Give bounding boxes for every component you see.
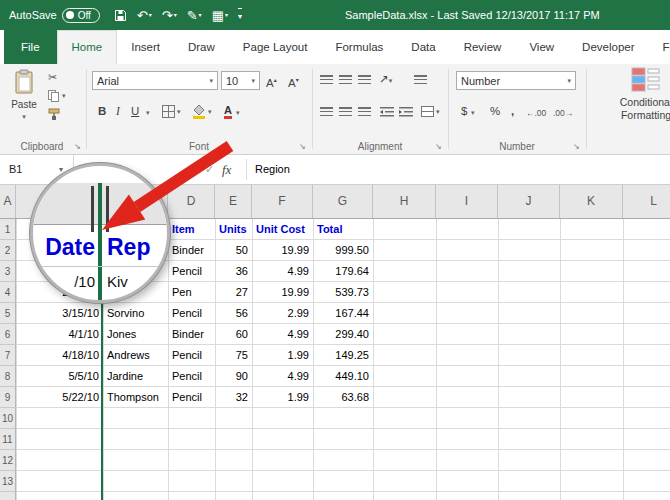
cell-G4[interactable]: 539.73 <box>314 282 372 302</box>
top-align-icon[interactable] <box>320 75 333 84</box>
cell-G7[interactable]: 149.25 <box>314 345 372 365</box>
cell-D4[interactable]: Pen <box>169 282 214 302</box>
cancel-button[interactable]: × <box>189 155 195 184</box>
table-dropdown-icon[interactable]: ▾ <box>225 9 228 22</box>
tab-formulas[interactable]: Formulas <box>321 30 397 64</box>
tab-review[interactable]: Review <box>450 30 516 64</box>
merge-center-button[interactable]: ▾ <box>421 106 440 117</box>
cell-G9[interactable]: 63.68 <box>314 387 372 407</box>
cell-G5[interactable]: 167.44 <box>314 303 372 323</box>
cut-button[interactable]: ✂ <box>48 71 57 84</box>
cell-D7[interactable]: Pencil <box>169 345 214 365</box>
tab-fox[interactable]: Fox <box>649 30 670 64</box>
italic-button[interactable]: I <box>116 104 120 119</box>
cell-C5[interactable]: Sorvino <box>104 303 167 323</box>
cell-A7[interactable]: 4/18/10 <box>17 345 102 365</box>
cell-D8[interactable]: Pencil <box>169 366 214 386</box>
font-name-select[interactable]: Arial▾ <box>92 71 218 90</box>
align-left-icon[interactable] <box>320 107 333 116</box>
insert-function-button[interactable]: fx <box>222 155 231 184</box>
formula-bar-value[interactable]: Region <box>255 155 290 184</box>
paste-button[interactable]: Paste ▾ <box>6 69 42 135</box>
redo-dropdown-icon[interactable]: ▾ <box>174 9 177 22</box>
copy-dropdown-icon[interactable]: ▾ <box>62 92 66 100</box>
cell-D2[interactable]: Binder <box>169 240 214 260</box>
copy-button[interactable]: ▾ <box>48 90 66 102</box>
cell-E8[interactable]: 90 <box>216 366 251 386</box>
tab-data[interactable]: Data <box>397 30 449 64</box>
orientation-dropdown-icon[interactable]: ▾ <box>389 77 393 84</box>
cell-E6[interactable]: 60 <box>216 324 251 344</box>
align-center-icon[interactable] <box>339 107 352 116</box>
row-header-2[interactable]: 2 <box>0 240 16 261</box>
tab-draw[interactable]: Draw <box>174 30 229 64</box>
fill-color-dropdown-icon[interactable]: ▾ <box>208 108 212 116</box>
decrease-decimal-button[interactable]: .00→ <box>553 108 573 118</box>
row-header-6[interactable]: 6 <box>0 324 16 345</box>
currency-dropdown-icon[interactable]: ▾ <box>471 109 475 117</box>
paste-dropdown-icon[interactable]: ▾ <box>22 113 26 120</box>
cell-D6[interactable]: Binder <box>169 324 214 344</box>
row-header-11[interactable]: 11 <box>0 429 16 450</box>
tab-file[interactable]: File <box>4 30 57 64</box>
cell-E2[interactable]: 50 <box>216 240 251 260</box>
number-format-select[interactable]: Number▾ <box>456 71 576 90</box>
cell-F7[interactable]: 1.99 <box>253 345 312 365</box>
row-header-9[interactable]: 9 <box>0 387 16 408</box>
orientation-button[interactable]: ↗▾ <box>379 72 392 88</box>
font-color-dropdown-icon[interactable]: ▾ <box>236 109 240 117</box>
font-size-select[interactable]: 10▾ <box>221 71 260 90</box>
cell-F9[interactable]: 1.99 <box>253 387 312 407</box>
tab-developer[interactable]: Developer <box>568 30 648 64</box>
cell-G8[interactable]: 449.10 <box>314 366 372 386</box>
cell-C6[interactable]: Jones <box>104 324 167 344</box>
increase-font-size-button[interactable]: A▴ <box>266 73 277 91</box>
cell-D3[interactable]: Pencil <box>169 261 214 281</box>
column-header-G[interactable]: G <box>313 185 373 218</box>
column-header-E[interactable]: E <box>215 185 252 218</box>
cell-F5[interactable]: 2.99 <box>253 303 312 323</box>
column-header-A[interactable]: A <box>0 185 16 218</box>
font-dialog-launcher[interactable]: ↘ <box>299 142 306 151</box>
column-header-I[interactable]: I <box>436 185 498 218</box>
tab-insert[interactable]: Insert <box>117 30 174 64</box>
cell-E9[interactable]: 32 <box>216 387 251 407</box>
cell-C8[interactable]: Jardine <box>104 366 167 386</box>
row-header-3[interactable]: 3 <box>0 261 16 282</box>
underline-dropdown-icon[interactable]: ▾ <box>146 109 150 117</box>
cell-G6[interactable]: 299.40 <box>314 324 372 344</box>
currency-button[interactable]: $ <box>461 104 467 119</box>
enter-button[interactable]: ✓ <box>205 155 214 184</box>
row-header-1[interactable]: 1 <box>0 219 16 240</box>
cell-A5[interactable]: 3/15/10 <box>17 303 102 323</box>
format-painter-button[interactable] <box>48 108 60 121</box>
tab-page-layout[interactable]: Page Layout <box>229 30 322 64</box>
fill-color-button[interactable]: ▾ <box>192 104 212 119</box>
undo-dropdown-icon[interactable]: ▾ <box>149 9 152 22</box>
cell-E3[interactable]: 36 <box>216 261 251 281</box>
decrease-font-size-button[interactable]: A▾ <box>288 73 299 91</box>
cell-F3[interactable]: 4.99 <box>253 261 312 281</box>
column-header-D[interactable]: D <box>168 185 215 218</box>
row-header-7[interactable]: 7 <box>0 345 16 366</box>
cell-F6[interactable]: 4.99 <box>253 324 312 344</box>
cell-A6[interactable]: 4/1/10 <box>17 324 102 344</box>
row-header-10[interactable]: 10 <box>0 408 16 429</box>
ink-button[interactable]: ✎▾ <box>187 9 202 22</box>
cell-E1[interactable]: Units <box>216 219 251 239</box>
middle-align-icon[interactable] <box>339 75 352 84</box>
increase-indent-button[interactable] <box>399 107 413 117</box>
cell-G3[interactable]: 179.64 <box>314 261 372 281</box>
bottom-align-icon[interactable] <box>358 75 371 84</box>
wrap-text-icon[interactable] <box>414 75 427 84</box>
column-header-H[interactable]: H <box>373 185 436 218</box>
column-header-K[interactable]: K <box>560 185 623 218</box>
increase-decimal-button[interactable]: ←.00 <box>526 108 546 118</box>
cell-E7[interactable]: 75 <box>216 345 251 365</box>
customize-qat-button[interactable]: ▾ <box>238 8 242 23</box>
borders-button[interactable]: ▾ <box>162 105 181 118</box>
row-header-5[interactable]: 5 <box>0 303 16 324</box>
cell-D1[interactable]: Item <box>169 219 214 239</box>
merge-dropdown-icon[interactable]: ▾ <box>436 108 440 116</box>
cell-E5[interactable]: 56 <box>216 303 251 323</box>
